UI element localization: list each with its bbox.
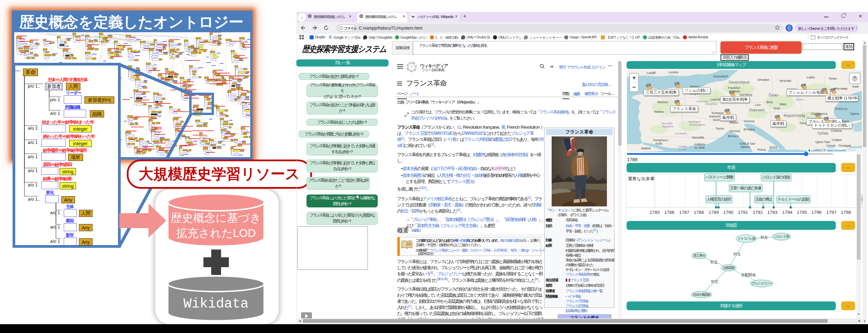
svg-text:Andorra: Andorra [694,143,705,146]
svg-text:Moldova: Moldova [834,107,847,111]
svg-text:Brno: Brno [767,100,773,104]
svg-text:Graz: Graz [773,107,780,110]
svg-text:Craiova: Craiova [831,129,842,132]
svg-text:Venezia: Venezia [744,119,754,123]
svg-text:Bologna: Bologna [744,128,755,131]
svg-text:la Vella: la Vella [695,146,705,149]
svg-text:?: ? [409,243,410,246]
svg-text:Dresden: Dresden [758,78,769,81]
svg-text:Madrid: Madrid [641,147,651,150]
svg-text:y León: y León [678,148,687,151]
svg-text:Wien: Wien [780,103,787,106]
svg-text:Nurnberg: Nurnberg [739,93,752,96]
svg-text:Сконје: Сконје [826,144,836,147]
svg-text:Deutschland: Deutschland [729,80,749,84]
svg-text:Roma: Roma [757,148,766,151]
svg-text:Occitanie: Occitanie [675,132,687,135]
svg-text:Frankfurt: Frankfurt [728,86,741,90]
svg-text:Monaco: Monaco [728,134,739,138]
svg-text:Cardiff: Cardiff [647,71,656,75]
svg-text:Castilla: Castilla [678,145,687,148]
svg-text:Nouvelle-: Nouvelle- [662,122,673,125]
svg-text:Dusseldorf: Dusseldorf [713,75,728,78]
svg-text:Aquitaine: Aquitaine [662,125,674,128]
svg-text:Србија: Србија [817,131,828,135]
svg-text:Marseille: Marseille [692,136,704,139]
svg-text:Guernsey: Guernsey [696,100,708,103]
svg-text:Црна Гора: Црна Гора [815,140,830,144]
svg-text:Одеса: Одеса [850,112,859,115]
svg-text:Magyarország: Magyarország [784,114,805,117]
svg-text:London: London [668,71,678,74]
svg-text:Italia: Italia [769,145,777,149]
svg-text:Rennes: Rennes [657,100,668,104]
svg-text:Česko: Česko [769,93,778,97]
svg-text:Milano: Milano [729,121,738,124]
svg-text:Torino: Torino [716,127,724,130]
svg-text:Grand Est: Grand Est [705,103,717,106]
svg-text:Österreich: Österreich [749,108,765,112]
svg-text:Linz: Linz [755,103,761,107]
svg-text:Kиїв: Kиїв [852,85,859,88]
svg-text:Città di San: Città di San [739,142,755,145]
svg-text:Lublin: Lublin [807,76,815,79]
svg-text:Genova: Genova [729,129,740,133]
svg-text:Iruña: Iruña [655,142,663,145]
svg-text:Slove…: Slove… [796,98,807,101]
svg-text:Pamplona /: Pamplona / [653,138,669,142]
svg-text:Луцьк: Луцьк [829,77,837,80]
svg-text:Wroclaw: Wroclaw [780,79,791,82]
svg-text:Auvergne-: Auvergne- [688,120,701,123]
svg-text:София: София [832,138,842,142]
svg-text:Nantes: Nantes [654,110,664,113]
svg-text:Пловдив: Пловдив [839,144,851,147]
svg-text:Rhône-Alpes: Rhône-Alpes [689,123,705,126]
svg-text:Marino: Marino [741,145,750,149]
